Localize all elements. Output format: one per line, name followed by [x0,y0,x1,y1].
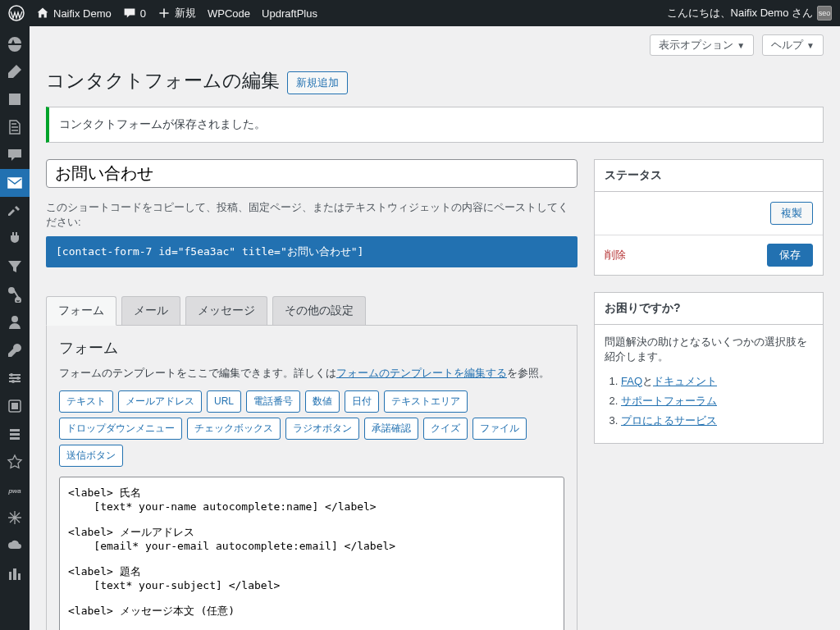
menu-filter[interactable] [0,253,30,281]
tag-quiz[interactable]: クイズ [423,418,468,440]
shortcode-display[interactable]: [contact-form-7 id="f5ea3ac" title="お問い合… [46,236,578,267]
editor-tabs: フォーム メール メッセージ その他の設定 [46,296,578,326]
delete-link[interactable]: 削除 [605,248,626,262]
menu-tools[interactable] [0,336,30,364]
plus-icon [158,7,171,20]
page-title: コンタクトフォームの編集 [46,68,280,94]
save-button[interactable]: 保存 [767,244,813,267]
shortcode-note: このショートコードをコピーして、投稿、固定ページ、またはテキストウィジェットの内… [46,200,578,230]
screen-options-button[interactable]: 表示オプション▼ [650,34,754,56]
tag-acceptance[interactable]: 承諾確認 [364,418,418,440]
tab-form[interactable]: フォーム [46,296,116,326]
new-label: 新規 [175,6,196,21]
form-title-input[interactable] [46,159,578,188]
admin-sidebar: pwa [0,26,30,630]
tag-email[interactable]: メールアドレス [118,390,202,413]
menu-pwa[interactable]: pwa [0,476,30,504]
help-heading: お困りですか? [595,293,823,325]
help-links-list: FAQとドキュメント サポートフォーラム プロによるサービス [605,374,813,428]
menu-dashboard[interactable] [0,30,30,57]
menu-posts[interactable] [0,57,30,85]
greeting: こんにちは、Naifix Demo さん [667,6,813,21]
tab-mail[interactable]: メール [121,296,180,325]
menu-snippets[interactable] [0,281,30,308]
tag-file[interactable]: ファイル [472,418,527,440]
menu-media[interactable] [0,85,30,113]
help-link-item: FAQとドキュメント [621,374,813,389]
svg-point-1 [10,289,14,293]
comment-icon [123,7,136,20]
menu-appearance[interactable] [0,197,30,225]
comment-count: 0 [140,7,146,20]
home-icon [36,7,49,20]
menu-cloud[interactable] [0,532,30,559]
tag-url[interactable]: URL [207,390,241,413]
account-link[interactable]: こんにちは、Naifix Demo さん seo [667,6,832,21]
svg-point-2 [16,297,21,301]
faq-link[interactable]: FAQ [621,375,642,387]
tag-generator: テキスト メールアドレス URL 電話番号 数値 日付 テキストエリア ドロップ… [59,390,564,467]
template-docs-link[interactable]: フォームのテンプレートを編集する [336,367,507,379]
menu-generic-2[interactable] [0,420,30,448]
panel-heading: フォーム [59,338,564,358]
avatar: seo [817,6,832,21]
tag-number[interactable]: 数値 [305,390,340,413]
support-forum-link[interactable]: サポートフォーラム [621,395,717,407]
menu-generic-1[interactable] [0,392,30,420]
tab-messages[interactable]: メッセージ [185,296,267,325]
new-content-link[interactable]: 新規 [158,6,196,21]
chevron-down-icon: ▼ [806,41,815,50]
tag-dropdown[interactable]: ドロップダウンメニュー [59,418,182,440]
add-new-button[interactable]: 新規追加 [287,71,348,94]
chevron-down-icon: ▼ [737,41,745,50]
help-button[interactable]: ヘルプ▼ [762,34,824,56]
tag-submit[interactable]: 送信ボタン [59,445,123,467]
help-link-item: プロによるサービス [621,413,813,428]
menu-settings[interactable] [0,364,30,392]
tag-tel[interactable]: 電話番号 [246,390,300,413]
pro-services-link[interactable]: プロによるサービス [621,414,717,427]
tag-radio[interactable]: ラジオボタン [285,418,359,440]
svg-text:pwa: pwa [7,487,21,495]
help-description: 問題解決の助けとなるいくつかの選択肢を紹介します。 [605,335,813,364]
duplicate-button[interactable]: 複製 [770,202,813,225]
menu-contact[interactable] [0,169,30,197]
docs-link[interactable]: ドキュメント [653,375,717,387]
tag-date[interactable]: 日付 [345,390,379,413]
site-name: Naifix Demo [53,7,112,20]
tab-settings[interactable]: その他の設定 [272,296,366,325]
success-notice: コンタクトフォームが保存されました。 [46,107,824,143]
tag-checkbox[interactable]: チェックボックス [187,418,281,440]
tag-textarea[interactable]: テキストエリア [384,390,468,413]
menu-pages[interactable] [0,113,30,141]
menu-comments[interactable] [0,141,30,169]
status-postbox: ステータス 複製 削除 保存 [594,159,824,276]
svg-point-3 [10,373,13,377]
site-name-link[interactable]: Naifix Demo [36,7,112,20]
admin-toolbar: Naifix Demo 0 新規 WPCode UpdraftPlus こんにち… [0,0,840,26]
tag-text[interactable]: テキスト [59,390,113,413]
wp-logo-menu[interactable] [8,5,25,21]
menu-plugins[interactable] [0,225,30,253]
svg-point-5 [11,380,15,383]
panel-description: フォームのテンプレートをここで編集できます。詳しくはフォームのテンプレートを編集… [59,366,564,381]
form-panel: フォーム フォームのテンプレートをここで編集できます。詳しくはフォームのテンプレ… [46,326,578,630]
adminbar-item-updraftplus[interactable]: UpdraftPlus [262,7,317,20]
content-area: 表示オプション▼ ヘルプ▼ コンタクトフォームの編集 新規追加 コンタクトフォー… [30,26,840,630]
form-template-textarea[interactable] [59,477,564,630]
help-link-item: サポートフォーラム [621,394,813,409]
menu-users[interactable] [0,308,30,336]
menu-snowflake[interactable] [0,504,30,532]
svg-rect-7 [11,403,18,409]
comments-link[interactable]: 0 [123,7,146,20]
status-heading: ステータス [595,160,823,192]
svg-point-4 [16,377,20,380]
help-postbox: お困りですか? 問題解決の助けとなるいくつかの選択肢を紹介します。 FAQとドキ… [594,292,824,444]
adminbar-item-wpcode[interactable]: WPCode [208,7,250,20]
menu-star[interactable] [0,448,30,476]
menu-building[interactable] [0,559,30,587]
